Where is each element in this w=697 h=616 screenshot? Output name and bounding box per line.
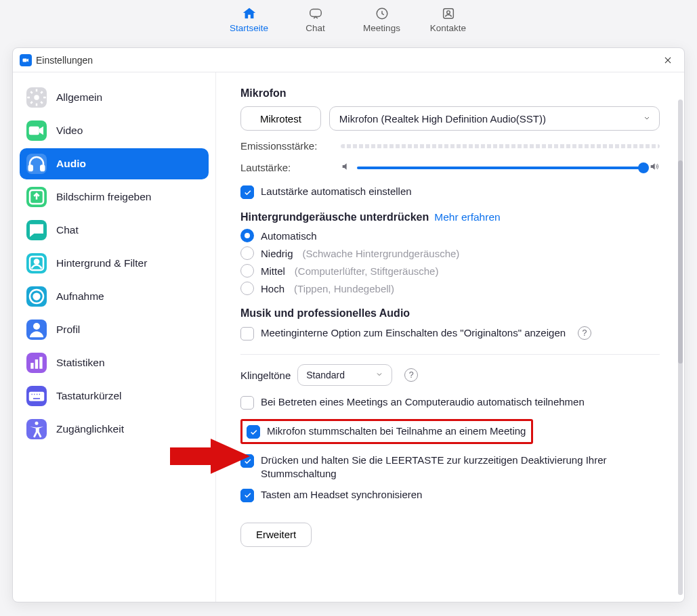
nav-contacts[interactable]: Kontakte — [415, 5, 482, 33]
noise-learn-more-link[interactable]: Mehr erfahren — [434, 211, 500, 223]
help-icon[interactable]: ? — [404, 368, 418, 382]
volume-low-icon — [341, 161, 352, 174]
sidebar-item-chat-bubble[interactable]: Chat — [20, 215, 209, 246]
noise-radio[interactable]: Mittel(Computerlüfter, Stiftgeräusche) — [240, 264, 660, 278]
checkbox-label: Mikrofon stummschalten bei Teilnahme an … — [267, 424, 526, 438]
sidebar-item-profile[interactable]: Profil — [20, 314, 209, 345]
scrollbar[interactable] — [678, 100, 683, 595]
svg-rect-16 — [35, 359, 38, 369]
svg-point-11 — [35, 259, 39, 263]
nav-label: Kontakte — [430, 23, 466, 33]
sidebar-item-label: Profil — [56, 324, 80, 336]
headphones-icon — [26, 154, 47, 174]
checkbox-label: Tasten am Headset synchronisieren — [261, 488, 422, 502]
share-icon — [26, 187, 47, 207]
settings-main-pane: Mikrofon Mikrotest Mikrofon (Realtek Hig… — [216, 72, 684, 602]
checkbox[interactable] — [240, 454, 254, 468]
checkbox-row: Bei Betreten eines Meetings an Computera… — [240, 395, 660, 410]
checkbox-label: Bei Betreten eines Meetings an Computera… — [261, 395, 585, 409]
sidebar-item-video[interactable]: Video — [20, 115, 209, 146]
radio-icon — [240, 229, 254, 242]
checkbox[interactable] — [240, 396, 254, 410]
radio-icon — [240, 246, 254, 260]
profile-icon — [26, 320, 47, 340]
sidebar-item-headphones[interactable]: Audio — [20, 148, 209, 179]
close-button[interactable] — [658, 51, 677, 70]
radio-hint: (Tippen, Hundegebell) — [294, 283, 394, 294]
settings-dialog: Einstellungen AllgemeinVideoAudioBildsch… — [12, 47, 685, 602]
sidebar-item-gear[interactable]: Allgemein — [20, 82, 209, 113]
mic-device-select[interactable]: Mikrofon (Realtek High Definition Audio(… — [329, 106, 660, 131]
ringtone-label: Klingeltöne — [240, 370, 291, 381]
sidebar-item-keyboard[interactable]: Tastaturkürzel — [20, 380, 209, 412]
sidebar-item-label: Aufnahme — [56, 290, 104, 303]
mic-test-button[interactable]: Mikrotest — [240, 106, 321, 131]
app-icon — [20, 54, 32, 66]
svg-rect-17 — [39, 357, 42, 369]
radio-icon — [240, 282, 254, 295]
nav-label: Startseite — [230, 23, 268, 33]
radio-label: Niedrig — [261, 248, 293, 259]
radio-hint: (Computerlüfter, Stiftgeräusche) — [295, 265, 439, 277]
sidebar-item-label: Chat — [56, 224, 79, 236]
auto-volume-checkbox[interactable] — [240, 185, 254, 199]
checkbox-row: Mikrofon stummschalten bei Teilnahme an … — [240, 416, 660, 447]
ringtone-value: Standard — [306, 370, 345, 380]
noise-radio[interactable]: Hoch(Tippen, Hundegebell) — [240, 282, 660, 295]
titlebar: Einstellungen — [13, 48, 684, 72]
advanced-button[interactable]: Erweitert — [240, 523, 312, 547]
svg-rect-7 — [29, 166, 33, 171]
sidebar-item-label: Hintergrund & Filter — [56, 257, 147, 269]
svg-point-13 — [34, 294, 40, 300]
noise-radio[interactable]: Niedrig(Schwache Hintergrundgeräusche) — [240, 246, 660, 260]
nav-meetings[interactable]: Meetings — [349, 5, 415, 33]
help-icon[interactable]: ? — [578, 326, 591, 340]
checkbox[interactable] — [240, 489, 254, 502]
noise-heading: Hintergrundgeräusche unterdrücken — [240, 211, 429, 223]
auto-volume-label: Lautstärke automatisch einstellen — [261, 185, 412, 198]
sidebar-item-label: Zugänglichkeit — [56, 423, 124, 435]
highlight-annotation: Mikrofon stummschalten bei Teilnahme an … — [240, 419, 533, 444]
checkbox[interactable] — [247, 425, 260, 439]
radio-label: Automatisch — [261, 230, 317, 242]
sidebar-item-label: Bildschirm freigeben — [56, 191, 151, 203]
sidebar-item-share[interactable]: Bildschirm freigeben — [20, 181, 209, 213]
svg-point-5 — [34, 95, 39, 100]
clock-icon — [375, 5, 389, 22]
radio-label: Mittel — [261, 265, 285, 277]
sidebar-item-background[interactable]: Hintergrund & Filter — [20, 248, 209, 279]
nav-home[interactable]: Startseite — [216, 5, 282, 33]
divider — [240, 354, 660, 355]
settings-sidebar: AllgemeinVideoAudioBildschirm freigebenC… — [13, 72, 216, 602]
original-sound-checkbox[interactable] — [240, 327, 254, 340]
chevron-down-icon — [375, 370, 383, 380]
keyboard-icon — [26, 386, 47, 406]
contacts-icon — [441, 5, 456, 22]
stats-icon — [26, 353, 47, 373]
gear-icon — [26, 87, 47, 108]
top-navigation: Startseite Chat Meetings Kontakte — [0, 0, 697, 39]
volume-label: Lautstärke: — [240, 162, 341, 173]
emission-label: Emissionsstärke: — [240, 140, 341, 152]
sidebar-item-label: Tastaturkürzel — [56, 390, 121, 402]
background-icon — [26, 253, 47, 273]
volume-slider[interactable] — [357, 167, 643, 169]
record-icon — [26, 286, 47, 307]
nav-label: Meetings — [363, 23, 400, 33]
noise-radio[interactable]: Automatisch — [240, 229, 660, 242]
sidebar-item-record[interactable]: Aufnahme — [20, 281, 209, 312]
svg-point-24 — [35, 422, 39, 425]
sidebar-item-stats[interactable]: Statistiken — [20, 347, 209, 378]
svg-rect-8 — [41, 166, 44, 171]
volume-high-icon — [649, 161, 660, 174]
svg-rect-18 — [29, 392, 45, 401]
accessibility-icon — [26, 419, 47, 439]
sidebar-item-accessibility[interactable]: Zugänglichkeit — [20, 414, 209, 445]
svg-rect-4 — [23, 58, 27, 62]
svg-point-3 — [446, 11, 450, 14]
ringtone-select[interactable]: Standard — [297, 364, 392, 386]
chat-bubble-icon — [26, 220, 47, 240]
svg-rect-0 — [310, 9, 321, 17]
nav-chat[interactable]: Chat — [282, 5, 349, 33]
video-icon — [26, 120, 47, 141]
